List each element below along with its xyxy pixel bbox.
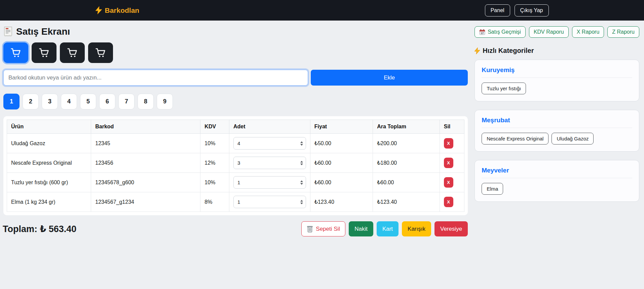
column-header: Sil [440,120,464,134]
cart-tab-button[interactable] [60,42,85,63]
logout-button[interactable]: Çıkış Yap [515,4,549,17]
cart-number-button[interactable]: 5 [80,94,96,109]
cell-product: Uludağ Gazoz [7,134,91,153]
cart-number-button[interactable]: 2 [23,94,39,109]
report-button[interactable]: Z Raporu [607,26,639,38]
quantity-input[interactable] [233,196,306,208]
cell-barcode: 12345 [91,134,200,153]
report-button-label: X Raporu [577,29,600,35]
delete-row-button[interactable]: X [444,138,453,149]
quantity-input[interactable] [233,176,306,189]
category-product-button[interactable]: Nescafe Express Original [482,133,548,144]
cart-number-button[interactable]: 3 [42,94,58,109]
cart-tab-button[interactable] [3,42,28,63]
cart-tab-button[interactable] [32,42,56,63]
payment-button[interactable]: Veresiye [434,221,468,236]
column-header: Adet [229,120,310,134]
cell-quantity [229,173,310,192]
cell-subtotal: ₺60.00 [373,173,440,192]
cart-table-row: Tuzlu yer fıstığı (600 gr) 12345678_g600… [7,173,464,192]
cart-table-row: Uludağ Gazoz 12345 10% ₺50.00 ₺200.00 X [7,134,464,153]
barcode-search-input[interactable] [3,70,308,86]
cell-delete: X [440,173,464,192]
cell-product: Nescafe Express Original [7,153,91,173]
cell-barcode: 12345678_g600 [91,173,200,192]
delete-row-button[interactable]: X [444,197,453,207]
cell-product: Elma (1 kg 234 gr) [7,192,91,212]
quick-categories-heading: Hızlı Kategoriler [475,47,639,55]
calendar-icon: 17 [479,29,485,35]
cell-delete: X [440,134,464,153]
category-product-button[interactable]: Uludağ Gazoz [552,133,594,144]
trash-icon [307,225,313,232]
category-card: Kuruyemiş Tuzlu yer fıstığı [475,60,639,101]
column-header: KDV [200,120,229,134]
category-items: Nescafe Express OriginalUludağ Gazoz [482,133,632,144]
cell-subtotal: ₺200.00 [373,134,440,153]
quantity-input[interactable] [233,157,306,169]
page-title-label: Satış Ekranı [16,26,70,37]
payment-button[interactable]: Karışık [402,221,431,236]
report-button[interactable]: X Raporu [572,26,604,38]
panel-button[interactable]: Panel [485,4,510,17]
payment-button[interactable]: Kart [377,221,399,236]
cart-table-card: ÜrünBarkodKDVAdetFiyatAra ToplamSil Ulud… [3,116,468,215]
report-button[interactable]: KDV Raporu [529,26,569,38]
category-product-button[interactable]: Tuzlu yer fıstığı [482,83,526,94]
number-spinner-icon[interactable] [300,180,303,185]
quick-categories-label: Hızlı Kategoriler [483,47,534,55]
cart-table: ÜrünBarkodKDVAdetFiyatAra ToplamSil Ulud… [7,120,464,212]
cart-number-button[interactable]: 9 [157,94,173,109]
cart-number-button[interactable]: 8 [138,94,154,109]
number-spinner-icon[interactable] [300,141,303,146]
quantity-input[interactable] [233,137,306,150]
brand[interactable]: Barkodlan [96,6,140,14]
cell-delete: X [440,153,464,173]
column-header: Ara Toplam [373,120,440,134]
number-spinner-icon[interactable] [300,200,303,204]
cart-number-button[interactable]: 7 [118,94,135,109]
cell-subtotal: ₺180.00 [373,153,440,173]
cart-number-button[interactable]: 6 [99,94,115,109]
cart-table-row: Elma (1 kg 234 gr) 1234567_g1234 8% ₺123… [7,192,464,212]
cell-price: ₺60.00 [310,173,373,192]
cart-total: Toplam: ₺ 563.40 [3,224,76,234]
number-spinner-icon[interactable] [300,161,303,165]
total-label: Toplam: [3,224,37,234]
cell-price: ₺60.00 [310,153,373,173]
cell-price: ₺123.40 [310,192,373,212]
cart-number-row: 123456789 [3,94,468,109]
cart-table-row: Nescafe Express Original 123456 12% ₺60.… [7,153,464,173]
delete-row-button[interactable]: X [444,158,453,168]
shopping-cart-icon [96,48,106,58]
page-title: Satış Ekranı [3,26,468,37]
cart-tab-button[interactable] [88,42,113,63]
category-title: Meşrubat [482,117,632,128]
cart-number-button[interactable]: 1 [3,94,20,109]
report-button[interactable]: 17 Satış Geçmişi [475,26,526,38]
cell-vat: 8% [200,192,229,212]
cell-quantity [229,134,310,153]
delete-row-button[interactable]: X [444,177,453,188]
report-buttons-row: 17 Satış Geçmişi KDV Raporu X Raporu Z R… [475,26,639,38]
report-button-label: KDV Raporu [534,29,564,35]
category-card: Meyveler Elma [475,160,639,202]
shopping-cart-icon [67,48,78,58]
category-title: Kuruyemiş [482,66,632,78]
cart-number-button[interactable]: 4 [61,94,77,109]
category-card: Meşrubat Nescafe Express OriginalUludağ … [475,110,639,152]
add-button[interactable]: Ekle [311,70,468,86]
payment-button[interactable]: Nakit [349,221,373,236]
svg-text:17: 17 [481,32,484,35]
cell-barcode: 1234567_g1234 [91,192,200,212]
cell-price: ₺50.00 [310,134,373,153]
column-header: Fiyat [310,120,373,134]
cell-subtotal: ₺123.40 [373,192,440,212]
clear-cart-button[interactable]: Sepeti Sil [301,221,345,236]
cell-delete: X [440,192,464,212]
category-title: Meyveler [482,167,632,178]
brand-label: Barkodlan [105,6,140,14]
category-product-button[interactable]: Elma [482,183,503,195]
column-header: Ürün [7,120,91,134]
report-button-label: Z Raporu [612,29,635,35]
